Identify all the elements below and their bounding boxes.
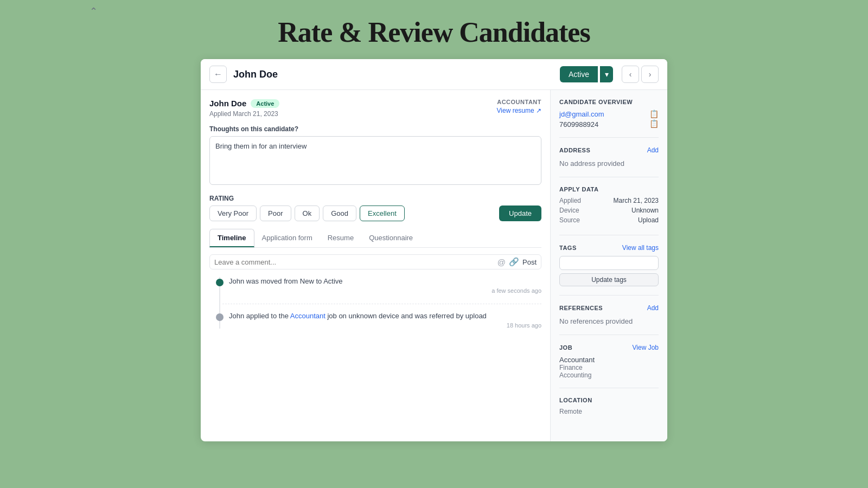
- rating-very-poor[interactable]: Very Poor: [209, 206, 257, 221]
- timeline-dot-2: [216, 313, 224, 321]
- right-panel: CANDIDATE OVERVIEW jd@gmail.com 📋 760998…: [551, 90, 667, 441]
- candidate-full-name: John Doe: [209, 99, 246, 108]
- rp-view-job-link[interactable]: View Job: [633, 344, 659, 351]
- header-bar: ← John Doe Active ▾ ‹ ›: [201, 59, 667, 90]
- thoughts-label: Thoughts on this candidate?: [209, 125, 541, 133]
- job-title-right: ACCOUNTANT View resume ↗: [497, 99, 541, 118]
- dropdown-button[interactable]: ▾: [600, 66, 613, 82]
- rp-apply-data: APPLY DATA Applied March 21, 2023 Device…: [559, 186, 659, 235]
- rp-location-header: LOCATION: [559, 397, 659, 403]
- rp-source-label: Source: [559, 216, 580, 224]
- comment-row: @ 🔗 Post: [209, 254, 541, 269]
- candidate-info: John Doe Active Applied March 21, 2023 A…: [209, 99, 541, 118]
- back-button[interactable]: ←: [209, 66, 227, 83]
- applied-date: Applied March 21, 2023: [209, 110, 279, 118]
- rp-address: ADDRESS Add No address provided: [559, 146, 659, 177]
- rp-location-title: LOCATION: [559, 397, 592, 403]
- timeline-dot-1: [216, 279, 224, 286]
- rp-candidate-overview-header: CANDIDATE OVERVIEW: [559, 99, 659, 105]
- tags-input[interactable]: [559, 256, 659, 270]
- active-button[interactable]: Active: [560, 66, 598, 82]
- rp-references-title: REFERENCES: [559, 305, 603, 311]
- rp-job-category: Accounting: [559, 371, 659, 379]
- rp-location-value: Remote: [559, 408, 659, 415]
- status-badge: Active: [251, 99, 279, 108]
- rp-phone-row: 7609988924 📋: [559, 118, 659, 129]
- header-candidate-name: John Doe: [233, 69, 553, 80]
- timeline-item-2: John applied to the Accountant job on un…: [209, 312, 541, 329]
- rp-email-link[interactable]: jd@gmail.com: [559, 110, 604, 118]
- page-title: Rate & Review Candidates: [278, 16, 590, 48]
- timeline-content-1: John was moved from New to Active a few …: [229, 277, 541, 294]
- timeline: John was moved from New to Active a few …: [209, 277, 541, 329]
- rp-apply-data-header: APPLY DATA: [559, 186, 659, 192]
- rating-ok[interactable]: Ok: [295, 206, 320, 221]
- rp-tags-header: TAGS View all tags: [559, 244, 659, 252]
- rp-address-title: ADDRESS: [559, 147, 590, 153]
- rp-apply-data-source: Source Upload: [559, 216, 659, 224]
- comment-input[interactable]: [214, 258, 494, 266]
- rp-references: REFERENCES Add No references provided: [559, 304, 659, 335]
- content-wrapper: John Doe Active Applied March 21, 2023 A…: [201, 90, 667, 441]
- tabs-row: Timeline Application form Resume Questio…: [209, 229, 541, 248]
- update-tags-button[interactable]: Update tags: [559, 273, 659, 286]
- tab-questionnaire[interactable]: Questionnaire: [361, 229, 420, 247]
- tab-timeline[interactable]: Timeline: [209, 229, 254, 247]
- prev-button[interactable]: ‹: [622, 66, 639, 83]
- rating-excellent[interactable]: Excellent: [360, 206, 405, 221]
- timeline-time-1: a few seconds ago: [229, 287, 541, 294]
- rp-email-row: jd@gmail.com 📋: [559, 110, 659, 118]
- rating-section: RATING Very Poor Poor Ok Good Excellent …: [209, 195, 541, 221]
- rating-buttons: Very Poor Poor Ok Good Excellent: [209, 206, 405, 221]
- update-button[interactable]: Update: [499, 206, 541, 221]
- rp-tags-title: TAGS: [559, 245, 577, 251]
- candidate-name-row: John Doe Active: [209, 99, 279, 108]
- job-label: ACCOUNTANT: [497, 99, 541, 105]
- accountant-link[interactable]: Accountant: [290, 312, 326, 320]
- rp-tags-view-all[interactable]: View all tags: [622, 244, 659, 252]
- rp-address-add[interactable]: Add: [647, 146, 659, 154]
- rp-job-name: Accountant: [559, 356, 659, 364]
- view-resume-link[interactable]: View resume ↗: [497, 107, 541, 114]
- rp-device-label: Device: [559, 207, 579, 214]
- copy-email-icon[interactable]: 📋: [649, 110, 659, 118]
- tab-resume[interactable]: Resume: [320, 229, 361, 247]
- rp-address-header: ADDRESS Add: [559, 146, 659, 154]
- timeline-item-1: John was moved from New to Active a few …: [209, 277, 541, 294]
- rp-phone-number: 7609988924: [559, 120, 598, 129]
- thoughts-textarea[interactable]: [209, 136, 541, 185]
- rp-applied-value: March 21, 2023: [614, 197, 659, 204]
- rp-job-header: JOB View Job: [559, 344, 659, 351]
- rating-good[interactable]: Good: [323, 206, 356, 221]
- next-button[interactable]: ›: [641, 66, 659, 83]
- timeline-time-2: 18 hours ago: [229, 322, 541, 329]
- mention-icon[interactable]: @: [497, 258, 506, 267]
- post-button[interactable]: Post: [522, 258, 537, 266]
- rp-address-value: No address provided: [559, 159, 624, 168]
- rating-poor[interactable]: Poor: [260, 206, 291, 221]
- rp-candidate-overview: CANDIDATE OVERVIEW jd@gmail.com 📋 760998…: [559, 99, 659, 138]
- rp-tags: TAGS View all tags Update tags: [559, 244, 659, 296]
- rp-references-add[interactable]: Add: [647, 304, 659, 312]
- timeline-text-2: John applied to the Accountant job on un…: [229, 312, 541, 320]
- link-icon[interactable]: 🔗: [509, 257, 519, 267]
- rp-job: JOB View Job Accountant Finance Accounti…: [559, 344, 659, 388]
- rp-source-value: Upload: [638, 216, 659, 224]
- rp-references-header: REFERENCES Add: [559, 304, 659, 312]
- chevron-up-icon[interactable]: ⌃: [90, 5, 98, 17]
- copy-phone-icon[interactable]: 📋: [649, 119, 659, 128]
- tab-application-form[interactable]: Application form: [254, 229, 320, 247]
- timeline-divider: [222, 304, 541, 304]
- rp-location: LOCATION Remote: [559, 397, 659, 424]
- rp-references-value: No references provided: [559, 317, 633, 325]
- timeline-content-2: John applied to the Accountant job on un…: [229, 312, 541, 329]
- rp-apply-data-device: Device Unknown: [559, 207, 659, 214]
- timeline-text-1: John was moved from New to Active: [229, 277, 541, 285]
- rating-row: Very Poor Poor Ok Good Excellent Update: [209, 206, 541, 221]
- rp-job-department: Finance: [559, 364, 659, 371]
- rp-applied-label: Applied: [559, 197, 581, 204]
- header-actions: Active ▾ ‹ ›: [560, 66, 659, 83]
- rp-device-value: Unknown: [631, 207, 659, 214]
- rp-job-title-label: JOB: [559, 344, 572, 351]
- rp-candidate-overview-title: CANDIDATE OVERVIEW: [559, 99, 633, 105]
